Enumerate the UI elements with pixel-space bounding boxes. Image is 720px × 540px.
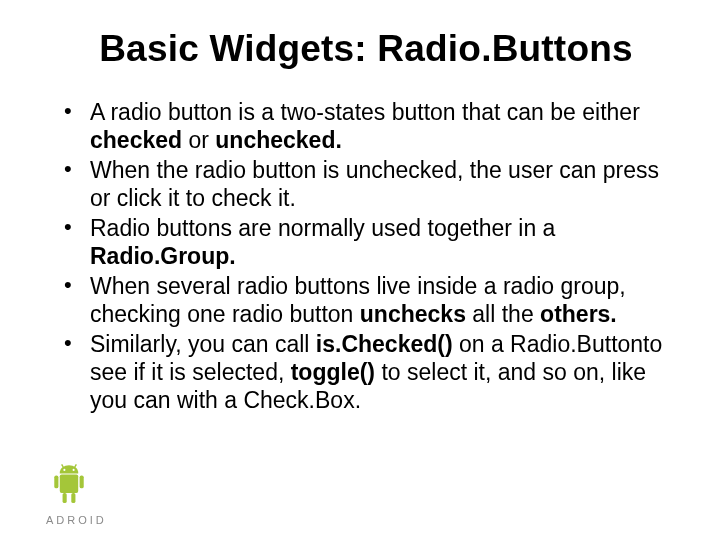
svg-rect-2 [80, 475, 84, 488]
svg-rect-1 [54, 475, 58, 488]
bullet-3-text-2: . [229, 243, 235, 269]
svg-point-8 [73, 469, 75, 471]
bullet-list: A radio button is a two-states button th… [60, 98, 672, 415]
bullet-1-bold-2: unchecked. [215, 127, 342, 153]
bullet-4-text-2: all the [466, 301, 540, 327]
bullet-2-text: When the radio button is unchecked, the … [90, 157, 659, 211]
bullet-5-bold-2: toggle() [291, 359, 375, 385]
svg-rect-0 [60, 475, 78, 493]
bullet-5-text-1: Similarly, you can call [90, 331, 316, 357]
bullet-1-text-2: or [182, 127, 215, 153]
android-icon [46, 460, 92, 512]
bullet-1: A radio button is a two-states button th… [60, 98, 672, 154]
bullet-3: Radio buttons are normally used together… [60, 214, 672, 270]
bullet-3-text-1: Radio buttons are normally used together… [90, 215, 555, 241]
bullet-5: Similarly, you can call is.Checked() on … [60, 330, 672, 414]
svg-rect-3 [63, 493, 67, 503]
bullet-5-bold-1: is.Checked() [316, 331, 453, 357]
slide-title: Basic Widgets: Radio.Buttons [60, 28, 672, 70]
bullet-1-text-1: A radio button is a two-states button th… [90, 99, 640, 125]
android-wordmark: ADROID [46, 514, 107, 526]
bullet-3-bold-1: Radio.Group [90, 243, 229, 269]
slide: Basic Widgets: Radio.Buttons A radio but… [0, 0, 720, 540]
bullet-4: When several radio buttons live inside a… [60, 272, 672, 328]
bullet-2: When the radio button is unchecked, the … [60, 156, 672, 212]
bullet-4-bold-2: others. [540, 301, 617, 327]
svg-rect-4 [71, 493, 75, 503]
svg-point-7 [63, 469, 65, 471]
bullet-4-bold-1: unchecks [360, 301, 466, 327]
android-logo: ADROID [46, 460, 107, 526]
bullet-1-bold-1: checked [90, 127, 182, 153]
